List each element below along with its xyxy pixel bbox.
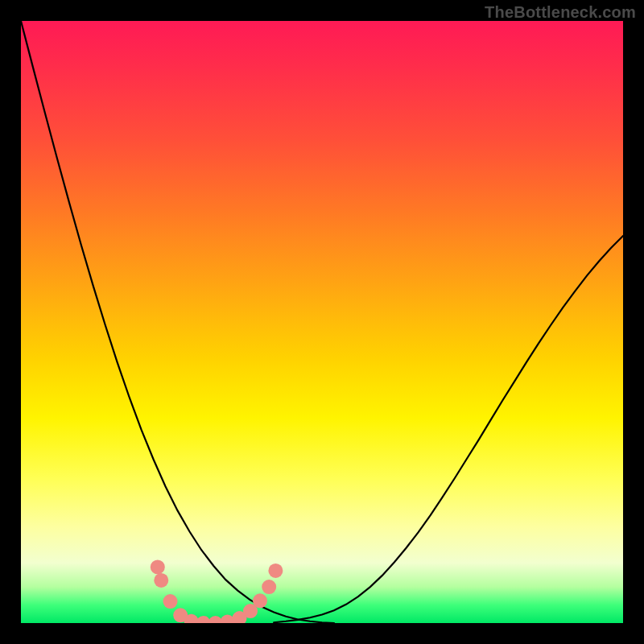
marker-dot xyxy=(163,594,178,609)
plot-area xyxy=(21,21,623,623)
marker-dot xyxy=(151,559,165,574)
marker-dot xyxy=(253,593,267,608)
right-curve-path xyxy=(274,236,623,622)
watermark-text: TheBottleneck.com xyxy=(485,3,636,22)
marker-dot xyxy=(268,564,283,578)
marker-dot xyxy=(262,580,276,594)
left-curve-path xyxy=(21,21,334,623)
chart-frame: TheBottleneck.com xyxy=(0,0,644,644)
marker-dot xyxy=(154,573,168,588)
chart-svg xyxy=(21,21,623,623)
